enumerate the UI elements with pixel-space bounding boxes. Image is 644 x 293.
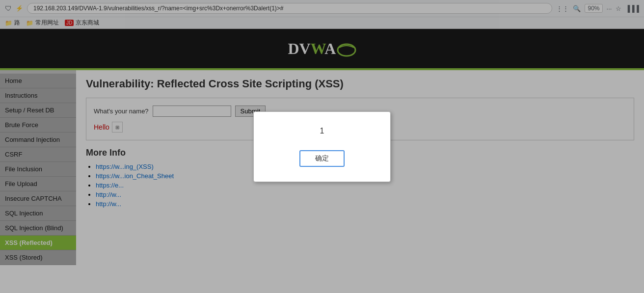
modal-ok-button[interactable]: 确定: [299, 150, 345, 167]
modal-value: 1: [283, 127, 361, 135]
modal-overlay: 1 确定: [0, 0, 644, 265]
modal-box: 1 确定: [253, 111, 391, 182]
